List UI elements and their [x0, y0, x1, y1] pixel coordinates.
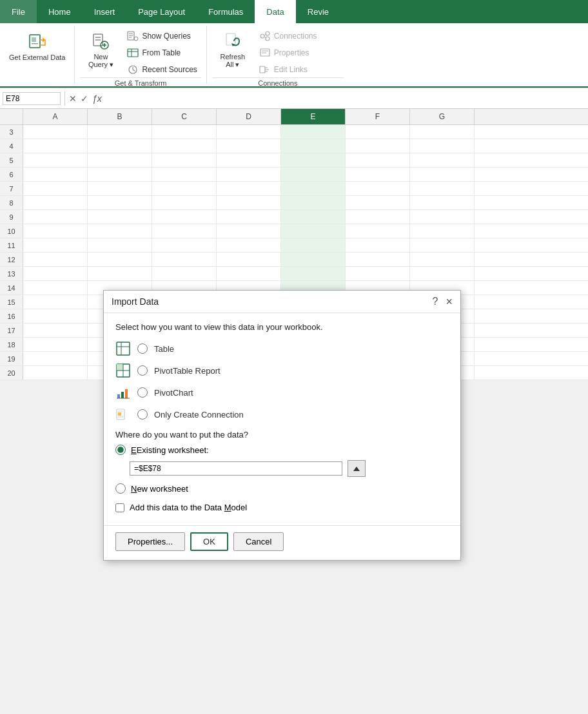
spreadsheet-cell[interactable]: [152, 153, 217, 167]
tab-formulas[interactable]: Formulas: [197, 0, 255, 23]
recent-sources-button[interactable]: Recent Sources: [122, 62, 201, 77]
spreadsheet-cell[interactable]: [23, 352, 88, 365]
spreadsheet-cell[interactable]: [23, 338, 88, 351]
spreadsheet-cell[interactable]: [217, 139, 281, 153]
data-model-label[interactable]: Add this data to the Data Model: [130, 503, 247, 512]
spreadsheet-cell[interactable]: [217, 196, 281, 209]
spreadsheet-cell[interactable]: [23, 267, 88, 280]
table-radio[interactable]: [137, 343, 148, 354]
spreadsheet-cell[interactable]: [281, 210, 346, 224]
col-header-a[interactable]: A: [23, 109, 88, 124]
spreadsheet-cell[interactable]: [346, 139, 410, 153]
col-header-e[interactable]: E: [281, 109, 346, 124]
spreadsheet-cell[interactable]: [217, 224, 281, 238]
spreadsheet-cell[interactable]: [23, 153, 88, 167]
properties-dialog-button[interactable]: Properties...: [115, 532, 185, 551]
dialog-help-icon[interactable]: ?: [433, 296, 438, 307]
connection-radio[interactable]: [137, 409, 148, 420]
spreadsheet-cell[interactable]: [410, 125, 475, 139]
spreadsheet-cell[interactable]: [410, 196, 475, 209]
tab-insert[interactable]: Insert: [83, 0, 127, 23]
connection-label[interactable]: Only Create Connection: [154, 410, 244, 420]
spreadsheet-cell[interactable]: [410, 267, 475, 280]
tab-data[interactable]: Data: [255, 0, 295, 23]
col-header-b[interactable]: B: [88, 109, 152, 124]
spreadsheet-cell[interactable]: [410, 224, 475, 238]
spreadsheet-cell[interactable]: [23, 238, 88, 252]
spreadsheet-cell[interactable]: [346, 238, 410, 252]
cell-ref-collapse-button[interactable]: [348, 460, 366, 477]
new-worksheet-label[interactable]: New worksheet: [131, 484, 188, 494]
spreadsheet-cell[interactable]: [88, 125, 152, 139]
spreadsheet-cell[interactable]: [88, 168, 152, 181]
spreadsheet-cell[interactable]: [346, 224, 410, 238]
spreadsheet-cell[interactable]: [23, 125, 88, 139]
spreadsheet-cell[interactable]: [281, 196, 346, 209]
spreadsheet-cell[interactable]: [346, 182, 410, 195]
dialog-close-button[interactable]: ×: [446, 296, 453, 307]
tab-file[interactable]: File: [0, 0, 37, 23]
col-header-g[interactable]: G: [410, 109, 475, 124]
spreadsheet-cell[interactable]: [346, 125, 410, 139]
spreadsheet-cell[interactable]: [346, 196, 410, 209]
spreadsheet-cell[interactable]: [88, 267, 152, 280]
spreadsheet-cell[interactable]: [152, 253, 217, 266]
spreadsheet-cell[interactable]: [23, 281, 88, 294]
spreadsheet-cell[interactable]: [410, 153, 475, 167]
spreadsheet-cell[interactable]: [23, 323, 88, 337]
col-header-d[interactable]: D: [217, 109, 281, 124]
get-external-data-button[interactable]: Get External Data: [5, 28, 69, 64]
cell-ref-input[interactable]: [130, 461, 342, 476]
spreadsheet-cell[interactable]: [281, 253, 346, 266]
from-table-button[interactable]: From Table: [122, 45, 201, 61]
spreadsheet-cell[interactable]: [346, 168, 410, 181]
ok-button[interactable]: OK: [190, 532, 228, 551]
spreadsheet-cell[interactable]: [217, 125, 281, 139]
cancel-button[interactable]: Cancel: [233, 532, 284, 551]
spreadsheet-cell[interactable]: [88, 238, 152, 252]
spreadsheet-cell[interactable]: [281, 168, 346, 181]
spreadsheet-cell[interactable]: [23, 295, 88, 309]
table-label[interactable]: Table: [154, 344, 174, 354]
spreadsheet-cell[interactable]: [152, 267, 217, 280]
spreadsheet-cell[interactable]: [281, 224, 346, 238]
spreadsheet-cell[interactable]: [23, 253, 88, 266]
col-header-f[interactable]: F: [346, 109, 410, 124]
spreadsheet-cell[interactable]: [410, 182, 475, 195]
new-query-button[interactable]: NewQuery ▾: [80, 28, 121, 77]
spreadsheet-cell[interactable]: [23, 224, 88, 238]
spreadsheet-cell[interactable]: [23, 168, 88, 181]
existing-worksheet-radio[interactable]: [115, 445, 126, 455]
spreadsheet-cell[interactable]: [23, 366, 88, 380]
spreadsheet-cell[interactable]: [88, 196, 152, 209]
spreadsheet-cell[interactable]: [217, 210, 281, 224]
spreadsheet-cell[interactable]: [88, 153, 152, 167]
spreadsheet-cell[interactable]: [346, 153, 410, 167]
spreadsheet-cell[interactable]: [410, 210, 475, 224]
spreadsheet-cell[interactable]: [152, 238, 217, 252]
spreadsheet-cell[interactable]: [152, 210, 217, 224]
spreadsheet-cell[interactable]: [23, 182, 88, 195]
pivot-table-radio[interactable]: [137, 365, 148, 376]
spreadsheet-cell[interactable]: [410, 168, 475, 181]
spreadsheet-cell[interactable]: [281, 139, 346, 153]
spreadsheet-cell[interactable]: [217, 168, 281, 181]
spreadsheet-cell[interactable]: [152, 125, 217, 139]
spreadsheet-cell[interactable]: [152, 224, 217, 238]
pivot-chart-label[interactable]: PivotChart: [154, 388, 193, 398]
spreadsheet-cell[interactable]: [152, 168, 217, 181]
spreadsheet-cell[interactable]: [217, 267, 281, 280]
spreadsheet-cell[interactable]: [152, 196, 217, 209]
spreadsheet-cell[interactable]: [281, 125, 346, 139]
spreadsheet-cell[interactable]: [88, 210, 152, 224]
spreadsheet-cell[interactable]: [281, 238, 346, 252]
new-worksheet-radio[interactable]: [115, 483, 126, 494]
spreadsheet-cell[interactable]: [88, 182, 152, 195]
spreadsheet-cell[interactable]: [410, 238, 475, 252]
spreadsheet-cell[interactable]: [88, 139, 152, 153]
function-wizard-icon[interactable]: ƒx: [92, 93, 102, 104]
spreadsheet-cell[interactable]: [88, 253, 152, 266]
spreadsheet-cell[interactable]: [281, 182, 346, 195]
col-header-c[interactable]: C: [152, 109, 217, 124]
spreadsheet-cell[interactable]: [410, 139, 475, 153]
